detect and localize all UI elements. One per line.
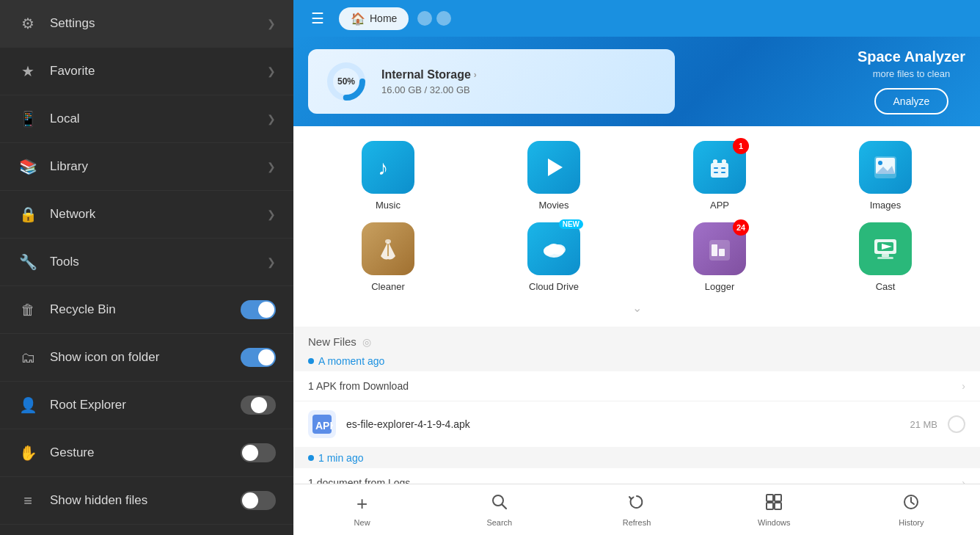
file-group-1-chevron: ›	[962, 380, 965, 392]
network-icon: 🔒	[18, 204, 38, 225]
chevron-settings: ❯	[267, 18, 276, 29]
time-label-1min: 1 min ago	[293, 448, 980, 468]
app-item-cloud-drive[interactable]: NEW Cloud Drive	[521, 222, 587, 292]
new-files-section-header: New Files ◎	[293, 327, 980, 351]
app-item-cast[interactable]: Cast	[852, 222, 918, 292]
images-icon-bg	[859, 141, 912, 194]
sidebar-item-recycle-bin: 🗑 Recycle Bin	[0, 286, 293, 334]
library-icon: 📚	[18, 156, 38, 177]
sidebar-item-root-explorer: 👤 Root Explorer	[0, 382, 293, 429]
sidebar-item-favorite[interactable]: ★ Favorite ❯	[0, 48, 293, 95]
svg-rect-12	[721, 172, 725, 173]
storage-info: Internal Storage › 16.00 GB / 32.00 GB	[381, 68, 477, 95]
header-dot-2	[436, 11, 451, 26]
movies-icon-bg	[527, 141, 580, 194]
refresh-label: Refresh	[623, 518, 651, 527]
sidebar-item-settings[interactable]: ⚙ Settings ❯	[0, 0, 293, 48]
movies-label: Movies	[538, 200, 568, 211]
new-files-icon: ◎	[362, 336, 371, 348]
app-grid-row2: Cleaner NEW Cloud Drive	[293, 216, 980, 298]
sidebar-label-library: Library	[50, 159, 267, 174]
app-item-app[interactable]: 1 APP	[687, 141, 753, 211]
sidebar-label-settings: Settings	[50, 16, 267, 31]
sidebar-label-root-explorer: Root Explorer	[50, 398, 241, 412]
sidebar-label-show-icon-folder: Show icon on folder	[50, 350, 241, 365]
app-item-images[interactable]: Images	[852, 141, 918, 211]
refresh-icon	[628, 493, 646, 515]
app-item-cleaner[interactable]: Cleaner	[355, 222, 421, 292]
svg-rect-29	[877, 257, 893, 259]
sidebar-item-show-hidden-files: ≡ Show hidden files	[0, 477, 293, 525]
app-item-logger[interactable]: 24 Logger	[687, 222, 753, 292]
app-grid-container: ♪ Music Movies	[293, 126, 980, 327]
svg-rect-38	[767, 503, 773, 509]
file-checkbox-apk[interactable]	[948, 415, 965, 433]
chevron-library: ❯	[267, 161, 276, 172]
new-files-title: New Files	[308, 335, 356, 348]
logger-label: Logger	[705, 281, 734, 292]
show-icon-folder-toggle[interactable]	[241, 348, 276, 367]
app-item-music[interactable]: ♪ Music	[355, 141, 421, 211]
bottom-item-search[interactable]: Search	[431, 493, 568, 527]
donut-chart: 50%	[326, 61, 367, 102]
sidebar-item-network[interactable]: 🔒 Network ❯	[0, 191, 293, 239]
bottom-bar: + New Search Refresh	[293, 484, 980, 535]
app-item-movies[interactable]: Movies	[521, 141, 587, 211]
search-icon	[491, 493, 508, 515]
file-name-apk: es-file-explorer-4-1-9-4.apk	[346, 418, 899, 430]
bottom-item-refresh[interactable]: Refresh	[568, 493, 705, 527]
file-group-1-title: 1 APK from Download	[308, 380, 409, 392]
bottom-item-windows[interactable]: Windows	[706, 493, 843, 527]
svg-point-22	[548, 244, 560, 252]
gesture-icon: ✋	[18, 443, 38, 463]
main-content: ☰ 🏠 Home 50%	[293, 0, 980, 535]
windows-icon	[765, 493, 783, 515]
file-size-apk: 21 MB	[910, 419, 937, 430]
app-container: ⚙ Settings ❯ ★ Favorite ❯ 📱 Local ❯ 📚 Li…	[0, 0, 980, 535]
app-grid-row1: ♪ Music Movies	[293, 135, 980, 216]
time-dot-1	[308, 358, 314, 364]
time-label-moment: A moment ago	[293, 351, 980, 371]
bottom-item-history[interactable]: History	[843, 493, 980, 527]
file-group-1-header[interactable]: 1 APK from Download ›	[293, 371, 980, 401]
new-label: New	[354, 518, 370, 527]
home-tab[interactable]: 🏠 Home	[339, 7, 409, 30]
cloud-drive-new-badge: NEW	[559, 219, 583, 229]
sidebar-item-library[interactable]: 📚 Library ❯	[0, 143, 293, 191]
recycle-bin-icon: 🗑	[18, 299, 38, 320]
sidebar-item-tools[interactable]: 🔧 Tools ❯	[0, 239, 293, 286]
bottom-item-new[interactable]: + New	[293, 492, 431, 527]
show-hidden-files-toggle[interactable]	[241, 491, 276, 510]
svg-text:♪: ♪	[378, 156, 388, 179]
gesture-toggle[interactable]	[241, 443, 276, 462]
svg-rect-39	[775, 503, 781, 509]
menu-button[interactable]: ☰	[305, 7, 330, 30]
space-analyzer-subtitle: more files to clean	[858, 68, 965, 79]
logger-icon-bg: 24	[693, 222, 746, 275]
settings-icon: ⚙	[18, 13, 38, 34]
svg-text:APK: APK	[315, 420, 333, 432]
file-group-2-header[interactable]: 1 document from Logs ›	[293, 468, 980, 484]
svg-rect-28	[882, 254, 889, 257]
root-explorer-toggle[interactable]	[241, 396, 276, 415]
recycle-bin-toggle[interactable]	[241, 300, 276, 319]
cleaner-label: Cleaner	[371, 281, 405, 292]
sidebar-item-local[interactable]: 📱 Local ❯	[0, 95, 293, 143]
svg-line-35	[502, 504, 506, 509]
svg-rect-9	[714, 167, 718, 169]
space-analyzer: Space Analyzer more files to clean Analy…	[858, 48, 965, 114]
storage-size: 16.00 GB / 32.00 GB	[381, 84, 477, 95]
home-label: Home	[370, 12, 397, 24]
cleaner-icon-bg	[362, 222, 414, 275]
file-group-2: 1 document from Logs ›	[293, 468, 980, 484]
file-row-apk[interactable]: APK es-file-explorer-4-1-9-4.apk 21 MB	[293, 401, 980, 448]
svg-rect-25	[719, 249, 725, 256]
svg-rect-10	[721, 167, 725, 169]
svg-rect-7	[713, 160, 717, 163]
analyze-button[interactable]: Analyze	[874, 88, 949, 114]
file-group-2-chevron: ›	[962, 477, 965, 484]
sidebar-label-tools: Tools	[50, 255, 267, 269]
storage-card[interactable]: 50% Internal Storage › 16.00 GB / 32.00 …	[308, 49, 675, 114]
home-icon: 🏠	[351, 12, 365, 26]
svg-point-17	[385, 239, 391, 244]
